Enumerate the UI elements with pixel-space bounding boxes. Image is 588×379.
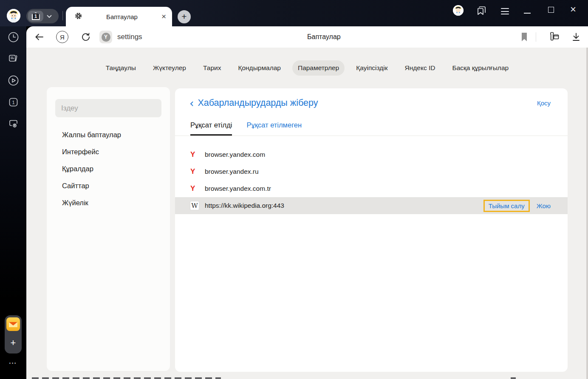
settings-sidebar: Жалпы баптаулар Интерфейс Құралдар Сайтт… xyxy=(47,87,170,371)
yandex-favicon: Y xyxy=(190,150,200,159)
nav-tab-downloads[interactable]: Жүктеулер xyxy=(147,60,192,76)
tabs-divider xyxy=(175,136,568,136)
tab-blocked[interactable]: Рұқсат етілмеген xyxy=(246,121,302,136)
menu-icon[interactable] xyxy=(501,8,509,17)
chevron-down-icon[interactable] xyxy=(47,12,52,20)
sidebar-item-sites[interactable]: Сайттар xyxy=(47,177,170,194)
browser-top-chrome: 1 Баптаулар × + xyxy=(0,0,588,26)
settings-menu: Жалпы баптаулар Интерфейс Құралдар Сайтт… xyxy=(47,126,170,211)
sidebar-item-interface[interactable]: Интерфейс xyxy=(47,143,170,160)
nav-tab-other-devices[interactable]: Басқа құрылғылар xyxy=(447,60,514,76)
svg-text:1: 1 xyxy=(12,100,14,105)
site-row-wikipedia[interactable]: W https://kk.wikipedia.org:443 Тыйым сал… xyxy=(175,197,568,214)
tab-close-icon[interactable]: × xyxy=(161,12,166,21)
side-rail: 1 + ••• xyxy=(0,26,26,379)
settings-nav-tabs: Таңдаулы Жүктеулер Тарих Қондырмалар Пар… xyxy=(26,60,588,76)
tab-strip-divider xyxy=(62,11,63,20)
nav-tab-extensions[interactable]: Қондырмалар xyxy=(232,60,286,76)
nav-tab-favorites[interactable]: Таңдаулы xyxy=(100,60,141,76)
profile-avatar[interactable] xyxy=(7,9,20,23)
pinned-apps-dock: + xyxy=(5,315,22,354)
permission-tabs: Рұқсат етілді Рұқсат етілмеген xyxy=(190,121,568,136)
side-panel-icon[interactable] xyxy=(476,5,487,16)
dock-add-button[interactable]: + xyxy=(5,337,22,348)
tab-group-chip: 1 xyxy=(28,11,43,22)
site-url: https://kk.wikipedia.org:443 xyxy=(205,202,284,209)
site-row[interactable]: Y browser.yandex.ru xyxy=(175,163,568,180)
gear-icon xyxy=(74,12,82,22)
page-title: Баптаулар xyxy=(307,33,341,41)
clipped-text-fragment xyxy=(511,377,516,379)
yandex-mail-icon[interactable] xyxy=(6,317,20,333)
nav-tab-yandex-id[interactable]: Яндекс ID xyxy=(399,60,441,76)
refresh-icon[interactable] xyxy=(81,32,91,42)
screenshot-icon[interactable] xyxy=(8,118,19,130)
browser-toolbar: Я Y settings Баптаулар xyxy=(26,26,588,48)
tab-title: Баптаулар xyxy=(82,13,161,20)
window-close-button[interactable]: × xyxy=(570,3,576,15)
sidebar-item-tools[interactable]: Құралдар xyxy=(47,160,170,177)
video-icon[interactable] xyxy=(8,75,19,86)
wikipedia-favicon: W xyxy=(190,201,199,210)
delete-button[interactable]: Жою xyxy=(537,202,551,209)
bookmark-icon[interactable] xyxy=(520,32,529,42)
yandex-favicon: Y xyxy=(190,167,200,176)
site-url: browser.yandex.com xyxy=(205,151,265,158)
download-icon[interactable] xyxy=(571,32,581,42)
notes-icon[interactable] xyxy=(8,53,19,65)
sidebar-item-general[interactable]: Жалпы баптаулар xyxy=(47,126,170,143)
account-avatar[interactable] xyxy=(453,5,464,16)
address-bar-url[interactable]: settings xyxy=(117,33,142,41)
allowed-sites-list: Y browser.yandex.com Y browser.yandex.ru… xyxy=(175,146,568,214)
panel-title[interactable]: Хабарландырударды жіберу xyxy=(198,98,318,108)
toolbar-divider xyxy=(536,32,536,42)
back-chevron-icon[interactable]: ‹ xyxy=(189,99,194,108)
yandex-favicon: Y xyxy=(190,184,200,193)
window-edge xyxy=(586,48,588,379)
window-minimize-button[interactable] xyxy=(524,13,531,14)
tabs-count-icon[interactable]: 1 xyxy=(8,96,19,108)
site-badge-icon[interactable]: Y xyxy=(99,31,112,43)
clipped-text-fragment xyxy=(32,377,221,379)
tab-allowed[interactable]: Рұқсат етілді xyxy=(190,121,232,136)
sidebar-item-system[interactable]: Жүйелік xyxy=(47,194,170,211)
nav-tab-security[interactable]: Қауіпсіздік xyxy=(351,60,393,76)
history-icon[interactable] xyxy=(8,31,19,43)
nav-tab-settings[interactable]: Параметрлер xyxy=(292,60,345,76)
tab-group-selector[interactable]: 1 xyxy=(26,9,59,23)
window-maximize-button[interactable] xyxy=(548,7,554,13)
site-row[interactable]: Y browser.yandex.com.tr xyxy=(175,180,568,197)
settings-page: Таңдаулы Жүктеулер Тарих Қондырмалар Пар… xyxy=(26,48,588,379)
active-tab-settings[interactable]: Баптаулар × xyxy=(66,7,172,26)
back-button[interactable] xyxy=(34,32,44,42)
panel-header: ‹ Хабарландырударды жіберу Қосу xyxy=(175,88,568,108)
site-row[interactable]: Y browser.yandex.com xyxy=(175,146,568,163)
yandex-logo[interactable]: Я xyxy=(56,31,68,43)
notifications-panel: ‹ Хабарландырударды жіберу Қосу Рұқсат е… xyxy=(175,88,568,372)
rail-more-button[interactable]: ••• xyxy=(0,361,26,365)
site-url: browser.yandex.com.tr xyxy=(205,185,271,192)
new-tab-button[interactable]: + xyxy=(178,10,191,23)
avatar-image xyxy=(7,9,20,23)
collections-icon[interactable] xyxy=(547,31,560,42)
site-url: browser.yandex.ru xyxy=(205,168,259,175)
tab-count-badge: 1 xyxy=(32,12,40,20)
add-site-button[interactable]: Қосу xyxy=(537,99,551,107)
nav-tab-history[interactable]: Тарих xyxy=(198,60,226,76)
search-input[interactable] xyxy=(55,99,161,117)
row-actions: Тыйым салу Жою xyxy=(483,200,568,212)
block-button[interactable]: Тыйым салу xyxy=(483,200,530,212)
